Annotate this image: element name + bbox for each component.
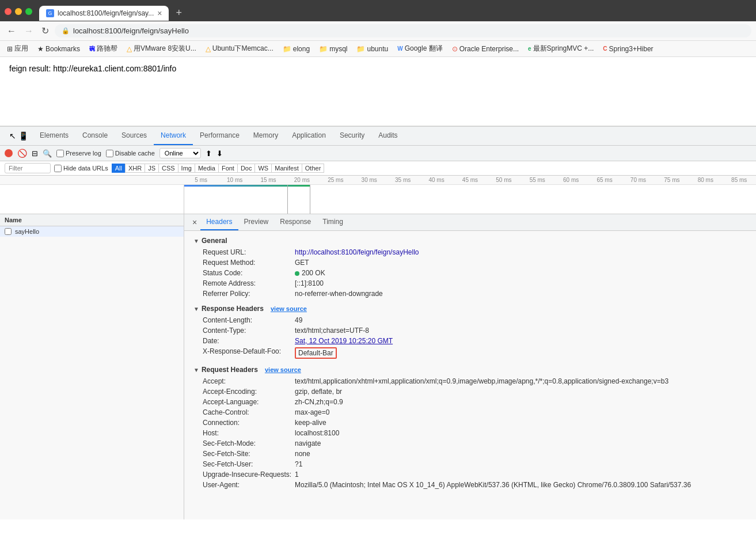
bookmark-ubuntu-memcac[interactable]: △ Ubuntu下Memcac...: [203, 43, 276, 55]
maximize-button[interactable]: [25, 8, 32, 15]
tab-memory[interactable]: Memory: [246, 127, 285, 145]
view-source-request-link[interactable]: view source: [265, 366, 301, 373]
filter-css[interactable]: CSS: [158, 164, 178, 173]
search-icon[interactable]: 🔍: [43, 149, 52, 158]
filter-xhr[interactable]: XHR: [125, 164, 145, 173]
filter-doc[interactable]: Doc: [237, 164, 255, 173]
filter-bar: Hide data URLs All XHR JS CSS Img Media …: [0, 161, 756, 176]
dtab-preview[interactable]: Preview: [238, 214, 275, 230]
forward-button[interactable]: →: [22, 25, 36, 37]
sec-fetch-mode-row: Sec-Fetch-Mode: navigate: [193, 438, 747, 449]
sec-fetch-user-label: Sec-Fetch-User:: [203, 460, 295, 468]
request-method-row: Request Method: GET: [193, 257, 747, 268]
record-button[interactable]: [5, 149, 13, 157]
new-tab-button[interactable]: +: [171, 5, 187, 21]
close-details-icon[interactable]: ×: [189, 215, 200, 229]
sec-fetch-user-value: ?1: [295, 460, 302, 468]
bookmark-oracle[interactable]: ⊙ Oracle Enterprise...: [450, 44, 521, 54]
filter-img[interactable]: Img: [178, 164, 195, 173]
active-tab[interactable]: G localhost:8100/feign/feign/say... ×: [39, 6, 169, 21]
preserve-log-checkbox[interactable]: [56, 150, 64, 157]
filter-toggle-icon[interactable]: ⊟: [32, 149, 38, 158]
x-response-row: X-Response-Default-Foo: Default-Bar: [193, 346, 747, 360]
row-checkbox[interactable]: [5, 228, 12, 235]
filter-js[interactable]: JS: [145, 164, 158, 173]
dtab-timing[interactable]: Timing: [317, 214, 349, 230]
tab-performance[interactable]: Performance: [193, 127, 246, 145]
minimize-button[interactable]: [15, 8, 22, 15]
bookmark-apps[interactable]: ⊞ 应用: [5, 43, 31, 55]
sayhello-row[interactable]: sayHello: [0, 226, 184, 237]
bookmark-vmware[interactable]: △ 用VMware 8安装U...: [124, 43, 199, 55]
tab-console[interactable]: Console: [75, 127, 115, 145]
hide-data-urls-label[interactable]: Hide data URLs: [54, 165, 108, 172]
main-panel: Name sayHello × Headers Preview Response…: [0, 214, 756, 519]
tl-30ms: 30 ms: [352, 177, 386, 183]
filter-font[interactable]: Font: [218, 164, 237, 173]
tab-security[interactable]: Security: [333, 127, 371, 145]
tl-55ms: 55 ms: [521, 177, 554, 183]
sec-fetch-site-value: none: [295, 450, 310, 458]
throttle-select[interactable]: Online Fast 3G Slow 3G Offline: [159, 148, 201, 158]
disable-cache-label[interactable]: Disable cache: [106, 150, 155, 157]
bookmark-ubuntu[interactable]: 📁 ubuntu: [354, 44, 390, 54]
response-headers-section-header[interactable]: ▼ Response Headers view source: [193, 299, 747, 315]
detail-content: ▼ General Request URL: http://localhost:…: [184, 231, 756, 490]
filter-media[interactable]: Media: [195, 164, 218, 173]
sec-fetch-mode-label: Sec-Fetch-Mode:: [203, 439, 295, 447]
request-method-value: GET: [295, 259, 309, 267]
user-agent-value: Mozilla/5.0 (Macintosh; Intel Mac OS X 1…: [295, 481, 691, 489]
upgrade-insecure-row: Upgrade-Insecure-Requests: 1: [193, 469, 747, 480]
bookmark-google-translate[interactable]: W Google 翻译: [395, 43, 445, 55]
bookmark-springmvc[interactable]: e 最新SpringMVC +...: [526, 43, 596, 55]
tl-75ms: 75 ms: [655, 177, 689, 183]
dtab-response[interactable]: Response: [274, 214, 317, 230]
page-content: feign result: http://eureka1.client.com:…: [0, 57, 756, 126]
filter-manifest[interactable]: Manifest: [271, 164, 302, 173]
bookmark-label: ubuntu: [367, 45, 388, 53]
disable-cache-checkbox[interactable]: [106, 150, 113, 157]
upload-icon[interactable]: ⬆: [206, 149, 212, 158]
request-headers-section-header[interactable]: ▼ Request Headers view source: [193, 360, 747, 376]
bookmark-spring3[interactable]: C Spring3+Hiber: [601, 44, 655, 54]
bookmark-bookmarks[interactable]: ★ Bookmarks: [35, 44, 82, 54]
bookmark-mysql[interactable]: 📁 mysql: [317, 44, 349, 54]
request-headers-arrow-icon: ▼: [193, 367, 199, 373]
bookmark-luchiband[interactable]: 碗 路驰帮: [87, 43, 120, 55]
tl-70ms: 70 ms: [621, 177, 655, 183]
filter-input[interactable]: [5, 163, 51, 173]
general-title: General: [202, 237, 227, 245]
dtab-headers[interactable]: Headers: [200, 214, 238, 230]
tab-elements[interactable]: Elements: [33, 127, 75, 145]
address-bar[interactable]: 🔒 localhost:8100/feign/feign/sayHello: [55, 24, 751, 37]
user-agent-label: User-Agent:: [203, 481, 295, 489]
tab-audits[interactable]: Audits: [371, 127, 404, 145]
preserve-log-label[interactable]: Preserve log: [56, 150, 101, 157]
tab-close-icon[interactable]: ×: [157, 9, 162, 17]
accept-encoding-row: Accept-Encoding: gzip, deflate, br: [193, 386, 747, 397]
tab-application[interactable]: Application: [285, 127, 333, 145]
hide-data-urls-checkbox[interactable]: [54, 165, 62, 172]
refresh-button[interactable]: ↻: [39, 24, 51, 37]
tab-sources[interactable]: Sources: [115, 127, 154, 145]
filter-other[interactable]: Other: [302, 164, 325, 173]
close-button[interactable]: [5, 8, 12, 15]
accept-language-label: Accept-Language:: [203, 398, 295, 406]
download-icon[interactable]: ⬇: [216, 149, 223, 158]
back-button[interactable]: ←: [5, 25, 18, 37]
general-section-header[interactable]: ▼ General: [193, 231, 747, 247]
tl-45ms: 45 ms: [453, 177, 487, 183]
clear-button[interactable]: 🚫: [17, 149, 27, 158]
star-icon: ★: [37, 45, 44, 53]
device-icon[interactable]: 📱: [18, 131, 28, 141]
bookmark-elong[interactable]: 📁 elong: [280, 44, 312, 54]
address-text: localhost:8100/feign/feign/sayHello: [73, 26, 189, 35]
tl-15ms: 15 ms: [252, 177, 285, 183]
filter-ws[interactable]: WS: [254, 164, 271, 173]
cursor-icon[interactable]: ↖: [9, 131, 16, 141]
filter-all[interactable]: All: [112, 164, 125, 173]
view-source-response-link[interactable]: view source: [271, 305, 307, 312]
bookmark-label: Google 翻译: [405, 44, 443, 54]
devtools-controls-bar: 🚫 ⊟ 🔍 Preserve log Disable cache Online …: [0, 146, 756, 161]
tab-network[interactable]: Network: [154, 127, 193, 145]
